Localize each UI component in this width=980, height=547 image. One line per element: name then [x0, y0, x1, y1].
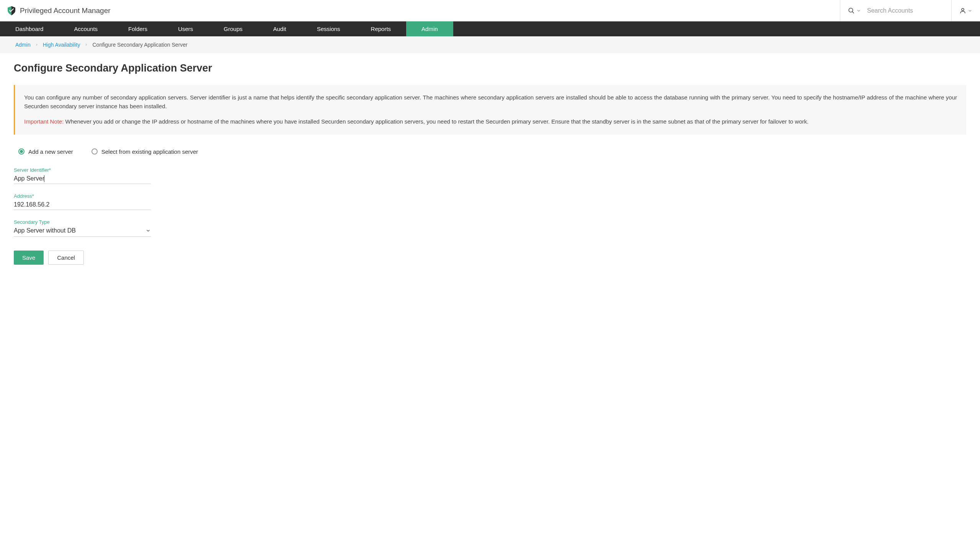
text-cursor	[44, 175, 44, 182]
important-note-text: Whenever you add or change the IP addres…	[65, 118, 809, 125]
info-text-2: Important Note: Whenever you add or chan…	[24, 117, 957, 126]
main-nav: Dashboard Accounts Folders Users Groups …	[0, 21, 980, 36]
chevron-down-icon	[968, 8, 972, 13]
header: Privileged Account Manager	[0, 0, 980, 21]
radio-select-existing[interactable]: Select from existing application server	[91, 148, 198, 155]
chevron-down-icon	[145, 228, 151, 233]
user-menu-button[interactable]	[951, 0, 980, 21]
breadcrumb: Admin High Availability Configure Second…	[0, 36, 980, 53]
radio-group: Add a new server Select from existing ap…	[14, 148, 966, 155]
search-dropdown-button[interactable]	[848, 7, 861, 14]
nav-reports[interactable]: Reports	[356, 21, 407, 36]
server-identifier-label: Server Identifier*	[14, 167, 151, 173]
server-identifier-input-wrap[interactable]: App Server	[14, 175, 151, 184]
secondary-type-select[interactable]: App Server without DB	[14, 227, 151, 237]
radio-unselected-icon	[91, 148, 98, 155]
search-section	[840, 0, 951, 21]
chevron-right-icon	[35, 42, 38, 48]
radio-label-existing: Select from existing application server	[101, 148, 198, 155]
shield-icon	[6, 5, 17, 16]
cancel-button[interactable]: Cancel	[48, 251, 84, 265]
info-text-1: You can configure any number of secondar…	[24, 93, 957, 111]
search-input[interactable]	[867, 7, 944, 14]
breadcrumb-admin[interactable]: Admin	[15, 42, 31, 48]
field-address: Address*	[14, 193, 151, 210]
header-right	[840, 0, 980, 21]
breadcrumb-current: Configure Secondary Application Server	[92, 42, 187, 48]
nav-audit[interactable]: Audit	[258, 21, 302, 36]
radio-selected-icon	[18, 148, 24, 155]
chevron-right-icon	[85, 42, 88, 48]
nav-admin[interactable]: Admin	[406, 21, 453, 36]
svg-line-1	[852, 11, 854, 13]
app-name: Privileged Account Manager	[20, 7, 111, 15]
important-note-label: Important Note:	[24, 118, 64, 125]
address-input[interactable]	[14, 201, 151, 208]
breadcrumb-high-availability[interactable]: High Availability	[43, 42, 80, 48]
address-label: Address*	[14, 193, 151, 199]
chevron-down-icon	[856, 8, 861, 13]
form-actions: Save Cancel	[14, 251, 966, 265]
logo[interactable]: Privileged Account Manager	[6, 5, 111, 16]
svg-point-2	[962, 8, 964, 11]
header-left: Privileged Account Manager	[0, 5, 111, 16]
secondary-type-label: Secondary Type	[14, 219, 151, 225]
page-title: Configure Secondary Application Server	[14, 62, 966, 74]
nav-folders[interactable]: Folders	[113, 21, 163, 36]
nav-users[interactable]: Users	[163, 21, 208, 36]
radio-add-new-server[interactable]: Add a new server	[18, 148, 73, 155]
search-icon	[848, 7, 855, 14]
server-identifier-input[interactable]: App Server	[14, 175, 44, 182]
address-input-wrap[interactable]	[14, 201, 151, 210]
nav-accounts[interactable]: Accounts	[59, 21, 113, 36]
save-button[interactable]: Save	[14, 251, 44, 265]
field-server-identifier: Server Identifier* App Server	[14, 167, 151, 184]
user-icon	[959, 7, 966, 14]
secondary-type-value: App Server without DB	[14, 227, 76, 234]
nav-sessions[interactable]: Sessions	[302, 21, 356, 36]
content: Configure Secondary Application Server Y…	[0, 53, 980, 274]
radio-label-add-new: Add a new server	[28, 148, 73, 155]
svg-point-0	[849, 8, 853, 12]
nav-dashboard[interactable]: Dashboard	[0, 21, 59, 36]
info-box: You can configure any number of secondar…	[14, 85, 966, 135]
field-secondary-type: Secondary Type App Server without DB	[14, 219, 151, 237]
nav-groups[interactable]: Groups	[208, 21, 258, 36]
